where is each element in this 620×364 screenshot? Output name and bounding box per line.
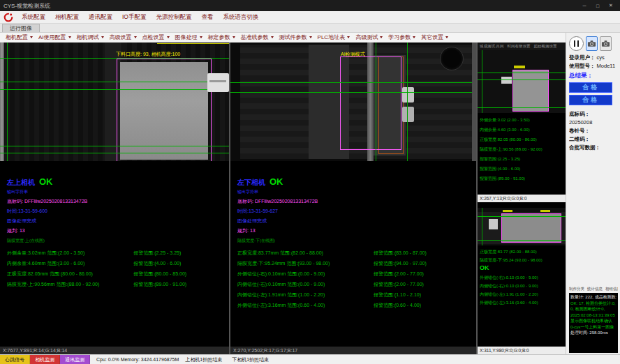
thumbnail-image-bottom[interactable] [478,208,566,245]
thumb-result-lines: 外侧余量:3.02 (2.00 - 3.50)内侧余量:4.60 (3.00 -… [478,113,566,183]
camera-view-left[interactable]: 下料口高度: 93, 相机高度:100 左上相机 OK 输出字符串 底标码: D… [0,43,229,354]
menu-item[interactable]: 系统配置 [17,13,50,22]
result-box-top: 合格 [569,82,612,93]
toolbar-item[interactable]: 测试件参数 [276,33,315,41]
barcode-label: 底标码: [7,199,23,204]
thumb-header-tab[interactable]: 起始检测设置 [534,44,557,49]
window-title: CYS-视觉检测系统 [3,2,50,10]
measurement-row: 正极宽度:82.05mm 范围:(80.00 - 86.00) 报警范围:(80… [7,268,229,279]
camera-name-label: 左下相机 [237,178,265,188]
toolbar-item[interactable]: 学习参数 [385,33,418,41]
menubar: 系统配置相机配置通讯配置IO手配置光源控制配置查看系统语言切换 [0,11,620,24]
minimize-button[interactable]: ─ [579,1,590,10]
thumbnail-view-bottom[interactable]: 正极宽度:83.77 (82.00 - 88.00)隔膜宽度-下:95.24 (… [478,204,566,354]
bright-edge-strip [0,43,4,161]
menu-item[interactable]: IO手配置 [117,13,151,22]
toolbar-item[interactable]: 相机调试 [74,33,107,41]
toolbar-item[interactable]: 图像处理 [172,33,205,41]
measurement-alarm: 报警范围:(1.10 - 2.10) [374,291,476,298]
measurement-row: 内侧余量:4.60mm 范围:(3.00 - 6.00) 报警范围:(4.00 … [7,258,229,268]
spec-label: 规判: 13 [7,227,229,234]
menu-item[interactable]: 光源控制配置 [151,13,196,22]
pause-button[interactable] [569,36,584,51]
measure-hline [478,240,566,241]
toolbar-item-list: 相机配置AI使用配置相机调试高级设置点检设置图像处理标定参数基准线参数测试件参数… [3,33,451,41]
toolbar-item[interactable]: 标定参数 [205,33,238,41]
part-surface [501,213,561,243]
stats-panel: 数量计: 222, 成品检测数:OK: 17, 检测分类统计:0,0, 检测图断… [569,293,618,353]
thumb-result-line: 正极宽度:82.05 (80.00 - 86.00) [480,135,563,144]
measurement-row: 内侧错位(-左):1.91mm 范围:(1.00 - 2.20) 报警范围:(1… [237,289,476,300]
thumb-result-line: 正极宽度:83.77 (82.00 - 88.00) [480,248,563,256]
guide-vline [7,43,8,161]
thumb-result-line: 隔膜宽度-上:90.56 (88.00 - 92.00) [480,144,563,154]
stats-line: 数量计: 222, 成品检测数: [570,294,617,301]
connector-part [402,87,414,103]
thumb-result-line: 内侧错位(-左):1.91 (1.00 - 2.20) [480,290,563,298]
connector-detail [209,80,226,82]
titlebar: CYS-视觉检测系统 ─ □ ✕ [0,0,620,11]
measurement-alarm: 报警范围:(0.60 - 4.00) [374,302,476,309]
result-box-bottom: 合格 [569,95,612,105]
thumbnail-view-top[interactable]: 外侧余量:3.02 (2.00 - 3.50)内侧余量:4.60 (3.00 -… [478,50,566,202]
measurement-row: 隔膜宽度-上:90.56mm 范围:(88.00 - 92.00) 报警范围:(… [7,279,229,289]
toolbar-item[interactable]: 点检设置 [140,33,172,41]
measure-hline [478,73,566,73]
measure-hline [478,79,566,80]
barcode-value: DFFliiw2025020813313472B [255,199,318,204]
measurement-row: 正极宽度:83.77mm 范围:(82.00 - 88.00) 报警范围:(83… [237,248,476,258]
measurement-text: 外侧错位(-右):0.10mm 范围:(0.00 - 9.00) [237,271,374,278]
menu-item[interactable]: 系统语言切换 [218,13,263,22]
stats-tab[interactable]: 相组信息 [605,287,618,291]
camera-2-button[interactable] [600,36,612,51]
right-sidebar: 登录用户： cys 使用型号： Mode11 总结果： 合格 合格 底标码： 2… [566,33,620,354]
pixel-coordinate-readout: X:270,Y:2502;R:17;G:17;B:17 [230,347,476,354]
camera-status-text: 上相机1拍照结束 [185,356,222,363]
toolbar-item[interactable]: PLC地址表 [315,33,353,41]
process-done-label: 图像处理完成 [237,218,476,225]
thumb-header-tab[interactable]: 时间有限设置 [508,44,531,49]
total-result-label: 总结果： [569,72,618,80]
result-status: OK [39,176,53,187]
thumb-header-tab[interactable]: 城成测试.吕回 [480,44,504,49]
close-button[interactable]: ✕ [605,1,617,10]
measurement-text: 外侧错位(-左):3.16mm 范围:(0.60 - 4.00) [237,302,374,309]
toolbar-item[interactable]: AI使用配置 [36,33,74,41]
connector-part [489,219,498,229]
process-done-label: 图像处理完成 [7,218,229,225]
measurement-text: 外侧余量:3.02mm 范围:(2.00 - 3.50) [7,250,133,257]
tab-strip: 运行图像 [0,24,620,33]
pixel-coordinate-readout: X:7677,Y:891;R:14;G:14;B:14 [0,347,229,354]
height-overlay-label: 下料口高度: 93, 相机高度:100 [116,51,180,58]
stats-line: 0, 检测图断统计:0, [570,306,617,312]
camera-view-right[interactable]: AI检测模式 左下相机 OK 输出字符串 底标码: DFFliiw2025020… [230,43,476,354]
stats-line: 处理时间: 258.00ms [570,330,617,336]
camera-1-button[interactable] [586,36,598,51]
thumbnail-image-top[interactable] [478,50,566,113]
menu-item[interactable]: 查看 [196,13,218,22]
toolbar-item[interactable]: 高级测试 [353,33,385,41]
toolbar: 相机配置AI使用配置相机调试高级设置点检设置图像处理标定参数基准线参数测试件参数… [0,33,566,43]
thumb-result-line: 隔膜宽度-下:95.24 (93.00 - 98.00) [480,256,563,264]
sidebar-controls [569,35,618,52]
barcode-label: 底标码: [237,199,253,204]
measurement-row: 外侧错位(-右):0.10mm 范围:(0.00 - 9.00) 报警范围:(2… [237,268,476,279]
toolbar-item[interactable]: 其它设置 [418,33,451,41]
measurement-alarm: 报警范围:(94.00 - 97.00) [374,260,476,267]
maximize-button[interactable]: □ [592,1,603,10]
measure-hline [478,216,566,217]
toolbar-item[interactable]: 基准线参数 [238,33,276,41]
thumb-result-line: 报警范围:(2.25 - 3.25) [480,154,563,164]
menu-item[interactable]: 通讯配置 [84,13,117,22]
stats-tab[interactable]: 统计信息 [587,287,603,291]
camera-image-left[interactable]: 下料口高度: 93, 相机高度:100 [0,43,229,161]
stats-tab[interactable]: 制作分类 [569,287,584,291]
thumb-result-lines: 正极宽度:83.77 (82.00 - 88.00)隔膜宽度-下:95.24 (… [478,245,566,264]
measurement-row: 隔膜宽度-下:95.24mm 范围:(93.00 - 98.00) 报警范围:(… [237,258,476,268]
app-window: CYS-视觉检测系统 ─ □ ✕ 系统配置相机配置通讯配置IO手配置光源控制配置… [0,0,620,364]
toolbar-item[interactable]: 相机配置 [3,33,36,41]
tab-run-image[interactable]: 运行图像 [2,24,40,32]
menu-item[interactable]: 相机配置 [50,13,84,22]
toolbar-item[interactable]: 高级设置 [107,33,140,41]
camera-image-right[interactable]: AI检测模式 [230,43,476,161]
